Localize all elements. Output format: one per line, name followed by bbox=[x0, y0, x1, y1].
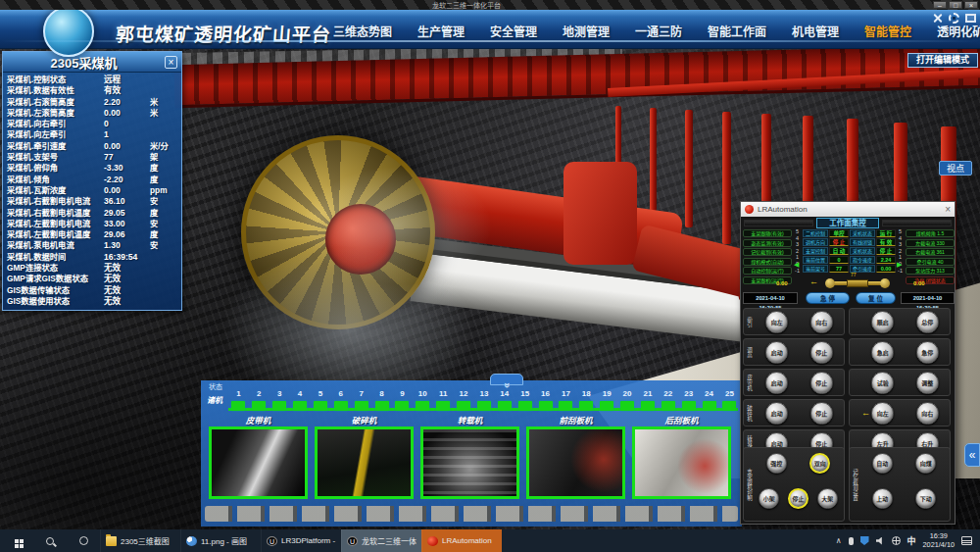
control-button[interactable]: 停止 bbox=[810, 372, 833, 394]
menu-item[interactable]: 生产管理 bbox=[417, 23, 465, 39]
control-button[interactable]: 启动 bbox=[765, 341, 788, 364]
microphone-icon[interactable] bbox=[849, 537, 854, 545]
support-cell[interactable]: 17 bbox=[556, 389, 576, 411]
support-cell[interactable]: 20 bbox=[617, 389, 638, 411]
reset-button[interactable]: 复 位 bbox=[856, 292, 896, 304]
support-cell[interactable]: 14 bbox=[494, 389, 514, 411]
menu-item[interactable]: 一通三防 bbox=[635, 23, 682, 39]
support-cell[interactable]: 16 bbox=[535, 389, 556, 411]
menu-item[interactable]: 智能管控 bbox=[864, 23, 911, 39]
support-shields-row bbox=[205, 506, 738, 522]
control-button[interactable]: 启动 bbox=[765, 372, 788, 394]
support-cell[interactable]: 23 bbox=[678, 389, 699, 411]
control-button[interactable]: 双向 bbox=[809, 453, 830, 474]
support-cell[interactable]: 9 bbox=[392, 389, 413, 411]
support-cell[interactable]: 5 bbox=[311, 389, 331, 411]
control-button[interactable]: 向左 bbox=[871, 402, 894, 425]
taskbar-app-button[interactable]: 龙软二三维一体化... bbox=[341, 529, 421, 552]
tools-icon[interactable] bbox=[932, 13, 943, 24]
camera-thumbnail[interactable] bbox=[420, 427, 519, 499]
control-button[interactable]: 顺启 bbox=[871, 311, 894, 333]
control-button[interactable]: 向煤 bbox=[915, 453, 936, 474]
control-button[interactable]: 总停 bbox=[916, 311, 939, 333]
open-edit-mode-button[interactable]: 打开编辑模式 bbox=[907, 53, 978, 68]
control-button[interactable]: 向右 bbox=[810, 311, 833, 333]
taskbar-app-button[interactable]: LRAutomation bbox=[421, 529, 502, 552]
panel-close-icon[interactable]: × bbox=[165, 56, 177, 69]
network-icon[interactable] bbox=[892, 536, 901, 545]
control-button[interactable]: 自动 bbox=[872, 453, 893, 474]
maximize-button[interactable]: □ bbox=[949, 1, 962, 9]
collapse-panel-button[interactable]: « bbox=[964, 443, 980, 467]
fullscreen-icon[interactable] bbox=[965, 14, 976, 23]
start-button[interactable] bbox=[0, 529, 33, 552]
support-cell[interactable]: 3 bbox=[270, 389, 290, 411]
control-button[interactable]: 停止 bbox=[788, 488, 808, 509]
support-cell[interactable]: 6 bbox=[330, 389, 351, 411]
support-cell[interactable]: 13 bbox=[474, 389, 495, 411]
control-button[interactable]: 上动 bbox=[872, 488, 893, 509]
status-name: 采机状态 bbox=[850, 229, 875, 237]
support-cell[interactable]: 2 bbox=[249, 389, 270, 411]
speaker-icon[interactable] bbox=[876, 537, 885, 545]
estop-button[interactable]: 急 停 bbox=[806, 292, 850, 304]
control-button[interactable]: 启动 bbox=[765, 402, 788, 425]
camera-thumbnail[interactable] bbox=[632, 427, 731, 499]
lr-titlebar[interactable]: LRAutomation × bbox=[741, 202, 955, 217]
chevron-down-icon[interactable]: » bbox=[490, 374, 523, 385]
support-cell[interactable]: 18 bbox=[576, 389, 597, 411]
support-cell[interactable]: 1 bbox=[228, 389, 249, 411]
menu-item[interactable]: 透明化矿山 bbox=[937, 23, 980, 39]
menu-item[interactable]: 三维态势图 bbox=[333, 23, 392, 39]
camera-thumbnail[interactable] bbox=[209, 427, 308, 499]
control-button[interactable]: 试验 bbox=[871, 372, 894, 394]
viewpoint-tag[interactable]: 视点 bbox=[939, 161, 972, 176]
control-button[interactable]: 小架 bbox=[759, 488, 779, 509]
support-cell[interactable]: 25 bbox=[719, 389, 740, 411]
notification-center-icon[interactable] bbox=[961, 536, 972, 545]
taskbar-app-button[interactable]: 2305三维截图 bbox=[100, 529, 180, 552]
control-button[interactable]: 急启 bbox=[871, 341, 894, 364]
control-button[interactable]: 下动 bbox=[915, 488, 936, 509]
menu-item[interactable]: 机电管理 bbox=[792, 23, 839, 39]
left-control-groups: 牵引 向左 向右 调高 启动 停止 皮带机 启动 停止 破碎机 bbox=[743, 308, 845, 457]
cortana-button[interactable] bbox=[67, 529, 100, 552]
menu-item[interactable]: 地测管理 bbox=[563, 23, 610, 39]
search-button[interactable] bbox=[33, 529, 67, 552]
tray-expand-icon[interactable]: ∧ bbox=[836, 536, 842, 545]
camera-thumbnail[interactable] bbox=[526, 427, 625, 499]
menu-item[interactable]: 智能工作面 bbox=[708, 23, 766, 39]
lr-close-icon[interactable]: × bbox=[945, 205, 951, 215]
taskbar-app-button[interactable]: LR3DPlatform - U... bbox=[261, 529, 341, 552]
support-cell[interactable]: 19 bbox=[597, 389, 617, 411]
control-button[interactable]: 停止 bbox=[810, 402, 833, 425]
control-button[interactable]: 强控 bbox=[766, 453, 787, 474]
camera-thumbnail[interactable] bbox=[315, 427, 414, 499]
support-cell[interactable]: 8 bbox=[371, 389, 392, 411]
control-button[interactable]: 急停 bbox=[916, 341, 939, 364]
minimize-button[interactable]: – bbox=[933, 1, 947, 9]
gear-icon[interactable] bbox=[949, 13, 959, 24]
control-button[interactable]: 向左 bbox=[765, 311, 788, 333]
support-cell[interactable]: 22 bbox=[658, 389, 678, 411]
control-button[interactable]: 大架 bbox=[817, 488, 838, 509]
input-language-indicator[interactable]: 中 bbox=[907, 534, 916, 547]
support-cell[interactable]: 4 bbox=[290, 389, 311, 411]
menu-item[interactable]: 安全管理 bbox=[490, 23, 537, 39]
clock[interactable]: 16:39 2021/4/10 bbox=[923, 532, 955, 549]
support-cell[interactable]: 24 bbox=[699, 389, 719, 411]
support-cell[interactable]: 11 bbox=[433, 389, 454, 411]
taskbar-app-button[interactable]: 11.png - 画图 bbox=[180, 529, 261, 552]
close-button[interactable]: × bbox=[964, 1, 978, 9]
support-cell[interactable]: 15 bbox=[514, 389, 535, 411]
control-button[interactable]: 调整 bbox=[916, 372, 939, 394]
control-button[interactable]: 停止 bbox=[810, 341, 833, 364]
data-value: -2.20 bbox=[104, 175, 150, 185]
control-button[interactable]: 向右 bbox=[916, 402, 939, 425]
support-cell[interactable]: 10 bbox=[413, 389, 433, 411]
defender-shield-icon[interactable] bbox=[860, 536, 869, 545]
support-cell[interactable]: 7 bbox=[351, 389, 371, 411]
support-cell[interactable]: 21 bbox=[638, 389, 659, 411]
tab-workface-control[interactable]: 工作面集控 bbox=[816, 218, 879, 228]
support-cell[interactable]: 12 bbox=[454, 389, 474, 411]
